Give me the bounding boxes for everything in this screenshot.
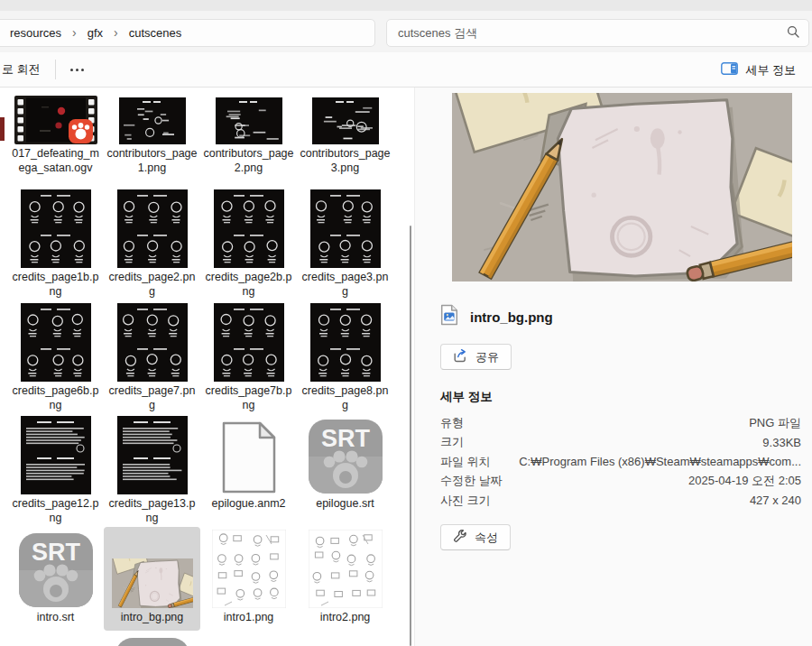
share-button[interactable]: 공유 (440, 344, 512, 370)
svg-text:SRT: SRT (321, 425, 371, 452)
detail-label: 사진 크기 (440, 493, 491, 509)
file-tile-intro.srt[interactable]: SRT intro.srt (7, 527, 104, 631)
file-thumbnail (221, 415, 277, 494)
breadcrumb-item-cutscenes[interactable]: cutscenes (129, 26, 182, 40)
details-pane-toggle[interactable]: 세부 정보 (715, 52, 801, 88)
file-thumbnail (312, 92, 379, 144)
file-tile-credits_page7b.png[interactable]: credits_page7b.png (200, 300, 297, 418)
address-bar-row: resources›gfx›cutscenes (0, 11, 812, 52)
file-grid-row: credits_page12.pngcredits_page13.png epi… (7, 413, 393, 531)
file-tile-partial[interactable] (297, 632, 393, 646)
file-thumbnail (214, 302, 284, 382)
file-thumbnail (310, 302, 381, 382)
detail-row: 수정한 날짜2025-04-19 오전 2:05 (440, 472, 801, 492)
file-explorer-window: resources›gfx›cutscenes 로 회전 (0, 0, 812, 646)
file-tile-credits_page2.png[interactable]: credits_page2.png (104, 187, 200, 304)
file-thumbnail (21, 302, 91, 382)
file-tile-credits_page13.png[interactable]: credits_page13.png (104, 413, 200, 531)
file-thumbnail (216, 92, 282, 144)
file-tile-contributors_page1.png[interactable]: contributors_page1.png (104, 90, 200, 180)
file-label: credits_page1b.png (10, 271, 101, 299)
rotate-button[interactable]: 로 회전 (0, 56, 48, 83)
detail-value: PNG 파일 (749, 415, 801, 431)
file-tile-intro2.png[interactable]: intro2.png (297, 527, 393, 631)
file-tile-intro_bg.png[interactable]: intro_bg.png (104, 527, 200, 631)
file-tile-credits_page7.png[interactable]: credits_page7.png (104, 300, 200, 418)
file-tile-credits_page1b.png[interactable]: credits_page1b.png (7, 187, 104, 304)
file-tile-partial (7, 632, 104, 646)
preview-image (452, 93, 792, 281)
more-options-button[interactable] (63, 60, 91, 80)
breadcrumb: resources›gfx›cutscenes (0, 19, 375, 47)
file-thumbnail: SRT (308, 415, 383, 494)
file-thumbnail (214, 189, 284, 268)
file-thumbnail (212, 529, 286, 608)
detail-row: 사진 크기427 x 240 (440, 491, 801, 511)
file-label: epilogue.anm2 (211, 497, 285, 512)
file-grid-row: SRT (7, 632, 393, 646)
share-button-label: 공유 (475, 349, 499, 365)
file-tile-epilogue.anm2[interactable]: epilogue.anm2 (200, 413, 297, 531)
properties-button[interactable]: 속성 (440, 524, 511, 550)
file-tile-partial[interactable] (200, 632, 297, 646)
file-label: intro.srt (37, 611, 75, 625)
file-label: credits_page7.png (106, 384, 198, 412)
file-tile-credits_page6b.png[interactable]: credits_page6b.png (7, 300, 104, 418)
details-pane-icon (721, 62, 738, 78)
breadcrumb-item-resources[interactable]: resources (10, 26, 61, 40)
file-label: contributors_page3.png (300, 147, 391, 175)
details-pane: intro_bg.png 공유 세부 정보 유형PNG 파일크기9.33KB파일… (414, 88, 812, 646)
file-label: credits_page12.png (10, 497, 101, 525)
file-label: contributors_page2.png (203, 147, 294, 175)
file-tile-contributors_page3.png[interactable]: contributors_page3.png (297, 90, 393, 180)
search-input[interactable] (387, 26, 787, 40)
file-label: intro_bg.png (121, 611, 184, 625)
file-thumbnail (21, 189, 91, 268)
file-thumbnail (310, 189, 381, 268)
detail-row: 크기9.33KB (440, 433, 801, 453)
file-label: credits_page6b.png (10, 384, 101, 412)
file-tile-credits_page8.png[interactable]: credits_page8.png (297, 300, 393, 418)
file-thumbnail (21, 415, 91, 494)
search-box[interactable] (386, 19, 809, 47)
file-grid-row: SRT intro.srt intro_bg.png (7, 527, 393, 631)
file-thumbnail (309, 529, 383, 608)
file-label: credits_page2.png (106, 271, 198, 299)
file-tile-intro1.png[interactable]: intro1.png (200, 527, 297, 631)
image-file-icon (440, 304, 458, 329)
file-thumbnail (117, 302, 188, 382)
file-tile-partial[interactable]: SRT (104, 632, 200, 646)
file-tile-epilogue.srt[interactable]: SRT epilogue.srt (297, 413, 393, 531)
scrollbar[interactable] (410, 226, 411, 646)
file-thumbnail (216, 633, 282, 646)
window-top-strip (0, 0, 812, 11)
file-tile-017_defeating_mega_satan.ogv[interactable]: 017_defeating_mega_satan.ogv (7, 90, 104, 180)
file-label: credits_page13.png (106, 497, 198, 525)
detail-label: 수정한 날짜 (440, 473, 503, 489)
detail-label: 크기 (440, 434, 464, 450)
file-label: credits_page8.png (300, 384, 391, 412)
file-label: credits_page2b.png (203, 271, 294, 299)
more-icon (70, 69, 73, 71)
breadcrumb-item-gfx[interactable]: gfx (88, 26, 103, 40)
file-tile-credits_page3.png[interactable]: credits_page3.png (297, 187, 393, 304)
clipped-thumbnail-sliver (0, 117, 5, 141)
file-thumbnail (117, 415, 188, 494)
file-grid-row: 017_defeating_mega_satan.ogvcontributors… (7, 90, 393, 180)
selected-file-name: intro_bg.png (470, 309, 553, 325)
file-thumbnail (112, 529, 193, 608)
file-thumbnail: SRT (18, 529, 94, 608)
selected-file-header: intro_bg.png (440, 304, 553, 329)
file-thumbnail (119, 92, 186, 144)
file-label: epilogue.srt (316, 497, 374, 512)
file-tile-credits_page2b.png[interactable]: credits_page2b.png (200, 187, 297, 304)
file-grid: 017_defeating_mega_satan.ogvcontributors… (0, 88, 404, 646)
detail-row: 유형PNG 파일 (440, 413, 801, 433)
search-icon (787, 25, 799, 42)
command-toolbar: 로 회전 세부 정보 (0, 52, 812, 88)
svg-text:SRT: SRT (32, 539, 81, 566)
file-tile-contributors_page2.png[interactable]: contributors_page2.png (200, 90, 297, 180)
breadcrumb-separator: › (114, 25, 118, 40)
details-rows: 유형PNG 파일크기9.33KB파일 위치C:₩Program Files (x… (440, 413, 801, 511)
file-tile-credits_page12.png[interactable]: credits_page12.png (7, 413, 104, 531)
